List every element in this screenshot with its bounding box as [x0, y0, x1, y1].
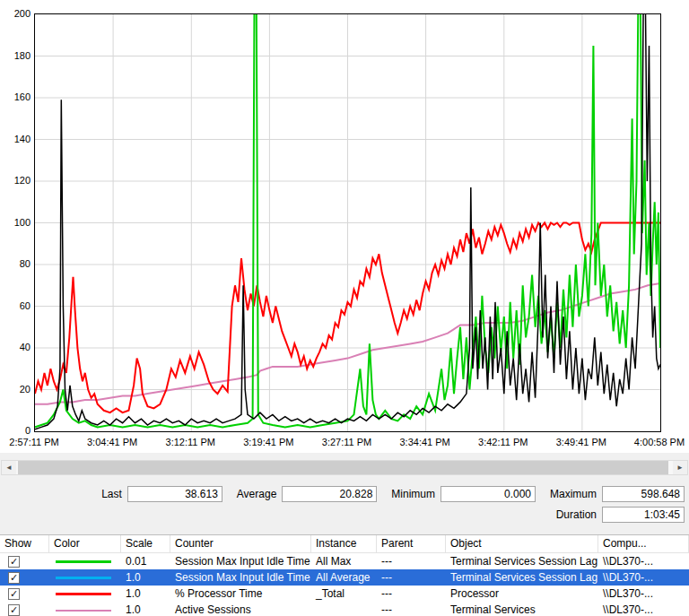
- legend-row-counter-cell[interactable]: % Processor Time: [170, 586, 311, 602]
- y-axis-label: 60: [0, 300, 31, 311]
- x-axis-label: 3:49:41 PM: [556, 437, 606, 447]
- legend-row-parent-cell[interactable]: ---: [377, 553, 446, 569]
- x-axis-label: 3:34:41 PM: [399, 437, 449, 447]
- last-label: Last: [101, 488, 122, 500]
- value-bar-row: Last 38.613 Average 20.828 Minimum 0.000…: [4, 486, 685, 502]
- maximum-value: 598.648: [602, 486, 685, 502]
- legend-header-instance[interactable]: Instance: [311, 535, 377, 553]
- y-axis-label: 0: [0, 425, 31, 436]
- legend-row-computer-cell[interactable]: \\DL370-...: [598, 553, 689, 569]
- legend-row-parent-cell[interactable]: ---: [377, 602, 446, 616]
- average-value: 20.828: [282, 486, 377, 502]
- legend-row-object-cell[interactable]: Terminal Services Session Lag: [446, 569, 598, 586]
- x-axis-label: 3:19:41 PM: [243, 437, 293, 447]
- legend-row-color-cell: [49, 586, 121, 602]
- chart-plot-area[interactable]: [34, 13, 661, 432]
- y-axis-label: 140: [0, 134, 31, 144]
- duration-value: 1:03:45: [602, 507, 685, 523]
- duration-label: Duration: [556, 508, 597, 521]
- legend-row-parent-cell[interactable]: ---: [377, 586, 446, 602]
- counter-color-swatch: [56, 577, 111, 579]
- legend-row-object-cell[interactable]: Processor: [446, 586, 598, 602]
- show-checkbox[interactable]: ✓: [8, 588, 20, 600]
- x-axis-label: 3:04:41 PM: [87, 437, 137, 447]
- legend-row-instance-cell[interactable]: [311, 602, 377, 616]
- legend-header-color[interactable]: Color: [49, 535, 121, 553]
- legend-header-object[interactable]: Object: [446, 535, 598, 553]
- legend-row-scale-cell[interactable]: 0.01: [121, 553, 170, 569]
- y-axis-label: 20: [0, 384, 31, 395]
- maximum-label: Maximum: [550, 488, 597, 500]
- legend-header-computer[interactable]: Compu...: [598, 535, 689, 553]
- x-axis-label: 3:12:11 PM: [166, 437, 215, 447]
- legend-row-instance-cell[interactable]: _Total: [311, 586, 377, 602]
- y-axis-label: 40: [0, 342, 31, 352]
- legend-row-computer-cell[interactable]: \\DL370-...: [598, 602, 689, 616]
- legend-row-color-cell: [49, 569, 121, 586]
- legend-row-color-cell: [49, 602, 121, 616]
- y-axis-label: 160: [0, 91, 31, 102]
- scroll-right-button[interactable]: ►: [673, 461, 687, 474]
- scroll-left-arrow-icon: ◄: [5, 464, 13, 472]
- y-axis-label: 80: [0, 258, 31, 269]
- legend-header-counter[interactable]: Counter: [170, 535, 311, 553]
- legend-row-scale-cell[interactable]: 1.0: [121, 586, 170, 602]
- legend-row-show-cell: ✓: [0, 569, 49, 586]
- legend-row-counter-cell[interactable]: Session Max Input Idle Time: [170, 569, 311, 586]
- scroll-left-button[interactable]: ◄: [2, 461, 16, 474]
- legend-header-scale[interactable]: Scale: [121, 535, 170, 553]
- y-axis-label: 200: [0, 8, 31, 19]
- time-range-scrollbar[interactable]: ◄ ►: [1, 460, 688, 475]
- legend-row-counter-cell[interactable]: Active Sessions: [170, 602, 311, 616]
- legend-row-object-cell[interactable]: Terminal Services Session Lag: [446, 553, 598, 569]
- counter-legend-grid: ShowColorScaleCounterInstanceParentObjec…: [0, 535, 689, 616]
- y-axis-label: 120: [0, 175, 31, 186]
- counter-legend: ShowColorScaleCounterInstanceParentObjec…: [0, 534, 689, 616]
- show-checkbox[interactable]: ✓: [8, 556, 20, 568]
- legend-row-parent-cell[interactable]: ---: [377, 569, 446, 586]
- scroll-right-arrow-icon: ►: [676, 464, 684, 472]
- legend-row-color-cell: [49, 553, 121, 569]
- counter-color-swatch: [56, 593, 111, 595]
- counter-color-swatch: [56, 560, 111, 563]
- legend-row-scale-cell[interactable]: 1.0: [121, 602, 170, 616]
- legend-row-counter-cell[interactable]: Session Max Input Idle Time: [170, 553, 311, 569]
- minimum-value: 0.000: [440, 486, 536, 502]
- x-axis-label: 2:57:11 PM: [9, 437, 58, 447]
- legend-row-scale-cell[interactable]: 1.0: [121, 569, 170, 586]
- counter-color-swatch: [56, 610, 111, 612]
- scrollbar-track[interactable]: [16, 461, 673, 474]
- legend-row-instance-cell[interactable]: All Max: [311, 553, 377, 569]
- x-axis-label: 4:00:58 PM: [634, 437, 685, 447]
- minimum-label: Minimum: [391, 488, 435, 500]
- scrollbar-thumb[interactable]: [18, 461, 668, 474]
- legend-row-computer-cell[interactable]: \\DL370-...: [598, 586, 689, 602]
- show-checkbox[interactable]: ✓: [8, 572, 20, 584]
- average-label: Average: [237, 488, 276, 500]
- last-value: 38.613: [127, 486, 222, 502]
- legend-header-show[interactable]: Show: [0, 535, 49, 553]
- value-bar: Last 38.613 Average 20.828 Minimum 0.000…: [0, 475, 689, 534]
- chart-plot-svg: [35, 14, 660, 431]
- x-axis-label: 3:27:11 PM: [322, 437, 371, 447]
- legend-row-computer-cell[interactable]: \\DL370-...: [598, 569, 689, 586]
- performance-chart: 200180160140120100806040200 2:57:11 PM3:…: [0, 0, 689, 453]
- show-checkbox[interactable]: ✓: [8, 604, 20, 616]
- x-axis-label: 3:42:11 PM: [478, 437, 528, 447]
- legend-row-show-cell: ✓: [0, 602, 49, 616]
- y-axis-label: 180: [0, 50, 31, 61]
- legend-row-instance-cell[interactable]: All Average: [311, 569, 377, 586]
- legend-row-show-cell: ✓: [0, 586, 49, 602]
- legend-header-parent[interactable]: Parent: [377, 535, 446, 553]
- legend-row-object-cell[interactable]: Terminal Services: [446, 602, 598, 616]
- legend-row-show-cell: ✓: [0, 553, 49, 569]
- duration-row: Duration 1:03:45: [4, 507, 685, 523]
- y-axis-label: 100: [0, 217, 31, 228]
